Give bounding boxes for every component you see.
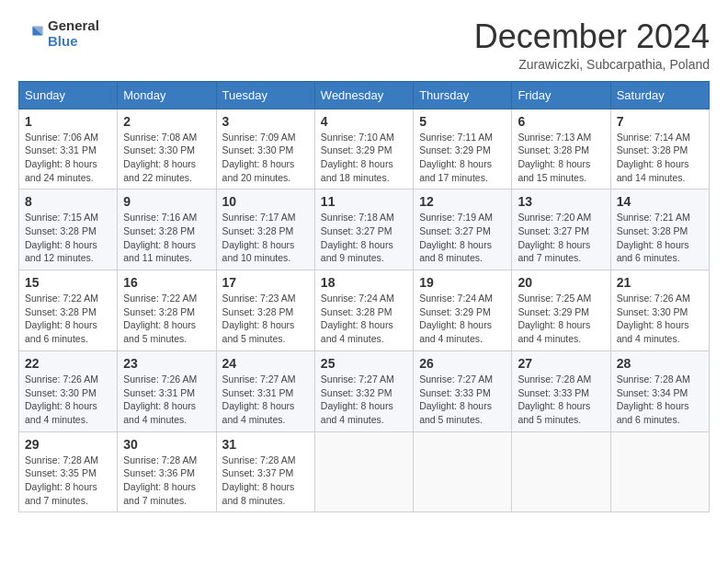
day-number: 21 [617, 275, 703, 290]
day-number: 10 [222, 194, 309, 209]
day-number: 16 [123, 275, 210, 290]
calendar-cell: 17Sunrise: 7:23 AMSunset: 3:28 PMDayligh… [216, 270, 314, 351]
day-info: Sunrise: 7:28 AMSunset: 3:37 PMDaylight:… [222, 454, 309, 508]
calendar-cell: 22Sunrise: 7:26 AMSunset: 3:30 PMDayligh… [19, 350, 118, 431]
calendar-cell: 11Sunrise: 7:18 AMSunset: 3:27 PMDayligh… [314, 190, 413, 270]
calendar-cell: 27Sunrise: 7:28 AMSunset: 3:33 PMDayligh… [512, 350, 610, 431]
day-number: 2 [123, 114, 210, 129]
day-number: 20 [518, 275, 604, 290]
day-number: 26 [419, 356, 506, 371]
title-section: December 2024 Zurawiczki, Subcarpathia, … [474, 18, 710, 72]
day-number: 22 [25, 356, 111, 371]
calendar-cell: 12Sunrise: 7:19 AMSunset: 3:27 PMDayligh… [414, 190, 512, 270]
calendar-cell: 6Sunrise: 7:13 AMSunset: 3:28 PMDaylight… [512, 109, 610, 190]
day-number: 17 [222, 275, 309, 290]
day-info: Sunrise: 7:26 AMSunset: 3:30 PMDaylight:… [25, 373, 111, 427]
page-header: General Blue December 2024 Zurawiczki, S… [18, 18, 710, 72]
day-number: 13 [518, 194, 604, 209]
day-info: Sunrise: 7:09 AMSunset: 3:30 PMDaylight:… [222, 131, 309, 185]
day-number: 8 [25, 194, 111, 209]
calendar-week-2: 8Sunrise: 7:15 AMSunset: 3:28 PMDaylight… [19, 190, 710, 270]
day-info: Sunrise: 7:27 AMSunset: 3:32 PMDaylight:… [321, 373, 407, 427]
calendar-cell: 28Sunrise: 7:28 AMSunset: 3:34 PMDayligh… [610, 350, 709, 431]
day-info: Sunrise: 7:22 AMSunset: 3:28 PMDaylight:… [123, 292, 210, 346]
day-number: 25 [321, 356, 407, 371]
day-number: 19 [419, 275, 506, 290]
day-number: 24 [222, 356, 309, 371]
day-number: 1 [25, 114, 111, 129]
day-number: 7 [617, 114, 703, 129]
calendar-cell: 31Sunrise: 7:28 AMSunset: 3:37 PMDayligh… [216, 431, 314, 512]
day-number: 3 [222, 114, 309, 129]
calendar-cell [414, 431, 512, 512]
weekday-header-monday: Monday [118, 81, 216, 109]
day-number: 9 [123, 194, 210, 209]
day-info: Sunrise: 7:06 AMSunset: 3:31 PMDaylight:… [25, 131, 111, 185]
calendar-cell: 23Sunrise: 7:26 AMSunset: 3:31 PMDayligh… [118, 350, 216, 431]
day-number: 14 [617, 194, 703, 209]
month-title: December 2024 [474, 18, 710, 55]
calendar-cell: 3Sunrise: 7:09 AMSunset: 3:30 PMDaylight… [216, 109, 314, 190]
calendar-cell: 21Sunrise: 7:26 AMSunset: 3:30 PMDayligh… [610, 270, 709, 351]
weekday-header-saturday: Saturday [610, 81, 709, 109]
day-info: Sunrise: 7:14 AMSunset: 3:28 PMDaylight:… [617, 131, 703, 185]
calendar-table: SundayMondayTuesdayWednesdayThursdayFrid… [18, 81, 710, 513]
calendar-header: SundayMondayTuesdayWednesdayThursdayFrid… [19, 81, 710, 109]
calendar-cell: 16Sunrise: 7:22 AMSunset: 3:28 PMDayligh… [118, 270, 216, 351]
day-info: Sunrise: 7:28 AMSunset: 3:35 PMDaylight:… [25, 454, 111, 508]
calendar-cell: 9Sunrise: 7:16 AMSunset: 3:28 PMDaylight… [118, 190, 216, 270]
calendar-cell: 30Sunrise: 7:28 AMSunset: 3:36 PMDayligh… [118, 431, 216, 512]
day-number: 29 [25, 437, 111, 452]
calendar-cell: 19Sunrise: 7:24 AMSunset: 3:29 PMDayligh… [414, 270, 512, 351]
calendar-cell: 25Sunrise: 7:27 AMSunset: 3:32 PMDayligh… [314, 350, 413, 431]
day-number: 28 [617, 356, 703, 371]
day-number: 30 [123, 437, 210, 452]
day-info: Sunrise: 7:28 AMSunset: 3:33 PMDaylight:… [518, 373, 604, 427]
day-info: Sunrise: 7:26 AMSunset: 3:30 PMDaylight:… [617, 292, 703, 346]
day-info: Sunrise: 7:19 AMSunset: 3:27 PMDaylight:… [419, 211, 506, 265]
location: Zurawiczki, Subcarpathia, Poland [474, 57, 710, 72]
calendar-body: 1Sunrise: 7:06 AMSunset: 3:31 PMDaylight… [19, 109, 710, 512]
day-number: 18 [321, 275, 407, 290]
day-info: Sunrise: 7:10 AMSunset: 3:29 PMDaylight:… [321, 131, 407, 185]
day-info: Sunrise: 7:13 AMSunset: 3:28 PMDaylight:… [518, 131, 604, 185]
calendar-cell: 8Sunrise: 7:15 AMSunset: 3:28 PMDaylight… [19, 190, 118, 270]
weekday-header-row: SundayMondayTuesdayWednesdayThursdayFrid… [19, 81, 710, 109]
calendar-cell [610, 431, 709, 512]
calendar-cell: 20Sunrise: 7:25 AMSunset: 3:29 PMDayligh… [512, 270, 610, 351]
logo-general-text: General [48, 18, 99, 34]
day-info: Sunrise: 7:28 AMSunset: 3:34 PMDaylight:… [617, 373, 703, 427]
calendar-cell: 24Sunrise: 7:27 AMSunset: 3:31 PMDayligh… [216, 350, 314, 431]
day-info: Sunrise: 7:11 AMSunset: 3:29 PMDaylight:… [419, 131, 506, 185]
calendar-cell: 1Sunrise: 7:06 AMSunset: 3:31 PMDaylight… [19, 109, 118, 190]
calendar-cell: 4Sunrise: 7:10 AMSunset: 3:29 PMDaylight… [314, 109, 413, 190]
calendar-cell [314, 431, 413, 512]
weekday-header-tuesday: Tuesday [216, 81, 314, 109]
calendar-cell: 29Sunrise: 7:28 AMSunset: 3:35 PMDayligh… [19, 431, 118, 512]
calendar-week-5: 29Sunrise: 7:28 AMSunset: 3:35 PMDayligh… [19, 431, 710, 512]
logo-blue-text: Blue [48, 34, 99, 50]
weekday-header-friday: Friday [512, 81, 610, 109]
calendar-week-4: 22Sunrise: 7:26 AMSunset: 3:30 PMDayligh… [19, 350, 710, 431]
calendar-week-1: 1Sunrise: 7:06 AMSunset: 3:31 PMDaylight… [19, 109, 710, 190]
day-info: Sunrise: 7:20 AMSunset: 3:27 PMDaylight:… [518, 211, 604, 265]
day-info: Sunrise: 7:22 AMSunset: 3:28 PMDaylight:… [25, 292, 111, 346]
day-number: 27 [518, 356, 604, 371]
day-info: Sunrise: 7:28 AMSunset: 3:36 PMDaylight:… [123, 454, 210, 508]
day-info: Sunrise: 7:27 AMSunset: 3:33 PMDaylight:… [419, 373, 506, 427]
calendar-cell: 15Sunrise: 7:22 AMSunset: 3:28 PMDayligh… [19, 270, 118, 351]
logo-text: General Blue [48, 18, 99, 49]
calendar-week-3: 15Sunrise: 7:22 AMSunset: 3:28 PMDayligh… [19, 270, 710, 351]
calendar-cell [512, 431, 610, 512]
day-info: Sunrise: 7:16 AMSunset: 3:28 PMDaylight:… [123, 211, 210, 265]
day-number: 15 [25, 275, 111, 290]
weekday-header-sunday: Sunday [19, 81, 118, 109]
day-number: 12 [419, 194, 506, 209]
day-info: Sunrise: 7:25 AMSunset: 3:29 PMDaylight:… [518, 292, 604, 346]
day-number: 5 [419, 114, 506, 129]
calendar-cell: 26Sunrise: 7:27 AMSunset: 3:33 PMDayligh… [414, 350, 512, 431]
day-number: 23 [123, 356, 210, 371]
day-number: 4 [321, 114, 407, 129]
calendar-cell: 5Sunrise: 7:11 AMSunset: 3:29 PMDaylight… [414, 109, 512, 190]
day-info: Sunrise: 7:24 AMSunset: 3:28 PMDaylight:… [321, 292, 407, 346]
